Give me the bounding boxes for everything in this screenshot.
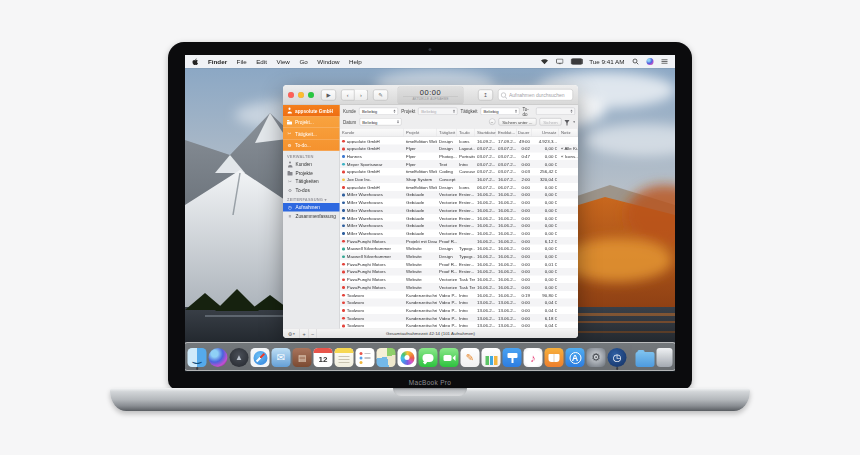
dock-icon[interactable]: ✉ xyxy=(272,348,291,367)
filter-caret-icon[interactable]: ▾ xyxy=(573,120,575,124)
dock-icon[interactable] xyxy=(356,348,375,367)
table-row[interactable]: Joe Doe Inc. Shop System Concept 16.07.2… xyxy=(340,175,578,183)
sidebar-item[interactable]: ✂ Tätigkeiten xyxy=(283,177,340,186)
dock-icon[interactable] xyxy=(398,348,417,367)
remove-filter-button[interactable]: − xyxy=(489,119,496,126)
spotlight-icon[interactable] xyxy=(632,58,639,65)
table-row[interactable]: Maxwell Silverhammer Website Design Typo… xyxy=(340,252,578,260)
table-header-cell[interactable]: To-do xyxy=(457,129,475,137)
sidebar-item[interactable]: Projekte xyxy=(283,169,340,178)
search-input[interactable] xyxy=(508,92,570,99)
dock-icon[interactable] xyxy=(482,348,501,367)
table-row[interactable]: Meyer Sportswear Flyer Text Intro 03.07.… xyxy=(340,160,578,168)
sidebar-item[interactable]: ≡ Zusammenfassung xyxy=(283,212,340,221)
dock-icon[interactable]: ⚙ xyxy=(587,348,606,367)
window-titlebar[interactable]: ▶ ‹ › ✎ 00:00 AKTUELLE AUFNAHME ↥ xyxy=(283,85,578,105)
minimize-button[interactable] xyxy=(298,92,304,98)
display-icon[interactable] xyxy=(556,59,564,65)
edit-recording-button[interactable]: ✎ xyxy=(373,89,388,100)
menu-item[interactable]: Finder xyxy=(208,58,227,65)
table-row[interactable]: Toolworx Kundenzeitschrift Video P... In… xyxy=(340,291,578,299)
menu-item[interactable]: Window xyxy=(317,58,339,65)
table-row[interactable]: Miller Warehouses Gebäude Vectorize Erst… xyxy=(340,199,578,207)
siri-icon[interactable] xyxy=(647,58,654,65)
menu-item[interactable]: View xyxy=(276,58,289,65)
todo-filter-dropdown[interactable] xyxy=(536,108,575,116)
back-button[interactable]: ‹ xyxy=(341,89,355,100)
menu-item[interactable]: Edit xyxy=(256,58,267,65)
sidebar-quick-item[interactable]: ✂ Tätigkeit... xyxy=(283,128,340,140)
dock-icon[interactable] xyxy=(377,348,396,367)
table-header-cell[interactable]: Umsatz xyxy=(532,129,559,137)
dock-icon[interactable]: 12 xyxy=(314,348,333,367)
menu-item[interactable]: File xyxy=(237,58,247,65)
sidebar-quick-item[interactable]: Projekt... xyxy=(283,117,340,129)
table-header-cell[interactable]: Notiz xyxy=(559,129,578,137)
table-row[interactable]: appsolute GmbH timeEdition Web... Coding… xyxy=(340,168,578,176)
datum-filter-dropdown[interactable]: Beliebig xyxy=(359,118,401,126)
dock-icon[interactable]: ▤ xyxy=(293,348,312,367)
dock-icon[interactable]: ◷ xyxy=(608,348,627,367)
dock-icon[interactable] xyxy=(209,348,228,367)
menu-item[interactable]: Help xyxy=(349,58,362,65)
notification-center-icon[interactable] xyxy=(661,59,668,65)
kunde-filter-dropdown[interactable]: Beliebig xyxy=(359,108,398,116)
table-row[interactable]: Miller Warehouses Gebäude Vectorize Erst… xyxy=(340,222,578,230)
dock-icon[interactable]: ♪ xyxy=(524,348,543,367)
sidebar-section-zeiterfassung[interactable]: ZEITERFASSUNG ▾ xyxy=(283,194,340,203)
table-row[interactable]: PizzaFunghi Motors Website Vectorize Tas… xyxy=(340,276,578,284)
dock-icon[interactable]: ‿ xyxy=(188,348,207,367)
close-button[interactable] xyxy=(288,92,294,98)
table-row[interactable]: PizzaFunghi Motors Projekt mit Dead... P… xyxy=(340,237,578,245)
filter-funnel-icon[interactable] xyxy=(565,120,570,124)
forward-button[interactable]: › xyxy=(355,89,369,100)
sidebar-item[interactable]: ⚙ To-dos xyxy=(283,186,340,195)
dock-icon[interactable] xyxy=(440,348,459,367)
table-row[interactable]: Maxwell Silverhammer Website Design Typo… xyxy=(340,245,578,253)
table-row[interactable]: PizzaFunghi Motors Website Proof R... Er… xyxy=(340,268,578,276)
save-filter-button[interactable]: Sichern xyxy=(539,118,561,126)
dock-icon[interactable] xyxy=(545,348,564,367)
sidebar-item[interactable]: Kunden xyxy=(283,160,340,169)
dock-icon[interactable] xyxy=(335,348,354,367)
save-filter-as-button[interactable]: Sichern unter ... xyxy=(498,118,536,126)
wifi-icon[interactable] xyxy=(540,59,548,65)
table-row[interactable]: Hannes Flyer Photog... Portraits 03.07.2… xyxy=(340,152,578,160)
table-header-cell[interactable]: Enddat... ∨ xyxy=(496,129,517,137)
action-gear-button[interactable]: ⚙ ▾ xyxy=(283,329,300,338)
table-header-cell[interactable]: Projekt xyxy=(404,129,437,137)
projekt-filter-dropdown[interactable]: Beliebig xyxy=(418,108,457,116)
table-row[interactable]: Toolworx Kundenzeitschrift Video P... In… xyxy=(340,314,578,322)
dock-icon[interactable]: ▲ xyxy=(230,348,249,367)
add-recording-button[interactable]: + xyxy=(300,329,309,338)
table-row[interactable]: Toolworx Kundenzeitschrift Video P... In… xyxy=(340,306,578,314)
table-row[interactable]: Miller Warehouses Gebäude Vectorize Erst… xyxy=(340,191,578,199)
dock-icon[interactable] xyxy=(631,345,632,367)
dock-icon[interactable] xyxy=(636,352,655,367)
table-row[interactable]: Miller Warehouses Gebäude Vectorize Erst… xyxy=(340,229,578,237)
table-row[interactable]: Miller Warehouses Gebäude Vectorize Erst… xyxy=(340,214,578,222)
record-play-button[interactable]: ▶ xyxy=(321,89,336,100)
table-header-cell[interactable]: Tätigkeit xyxy=(437,129,457,137)
dock-icon[interactable]: A xyxy=(566,348,585,367)
dock-icon[interactable] xyxy=(419,348,438,367)
table-row[interactable]: Toolworx Kundenzeitschrift Video P... In… xyxy=(340,299,578,307)
table-header-cell[interactable]: Kunde xyxy=(340,129,404,137)
search-field[interactable] xyxy=(498,89,573,101)
table-row[interactable]: PizzaFunghi Motors Website Proof R... Er… xyxy=(340,260,578,268)
menu-bar-clock[interactable]: Tue 9:41 AM xyxy=(589,58,624,65)
battery-icon[interactable] xyxy=(571,59,582,65)
table-row[interactable]: appsolute GmbH Flyer Design Layout... 03… xyxy=(340,145,578,153)
table-header-cell[interactable]: Dauer xyxy=(517,129,532,137)
table-row[interactable]: appsolute GmbH timeEdition Web... Design… xyxy=(340,137,578,145)
table-row[interactable]: appsolute GmbH timeEdition Web... Design… xyxy=(340,183,578,191)
sidebar-item[interactable]: ◷ Aufnahmen xyxy=(283,203,340,212)
table-row[interactable]: PizzaFunghi Motors Website Vectorize Tas… xyxy=(340,283,578,291)
sidebar-quick-item[interactable]: appsolute GmbH xyxy=(283,105,340,117)
table-row[interactable]: Miller Warehouses Gebäude Vectorize Erst… xyxy=(340,206,578,214)
dock-icon[interactable] xyxy=(503,348,522,367)
remove-recording-button[interactable]: − xyxy=(309,329,318,338)
sidebar-quick-item[interactable]: ⚙ To-do... xyxy=(283,140,340,152)
table-row[interactable]: Toolworx Kundenzeitschrift Video P... In… xyxy=(340,322,578,329)
apple-menu-icon[interactable] xyxy=(192,58,199,66)
